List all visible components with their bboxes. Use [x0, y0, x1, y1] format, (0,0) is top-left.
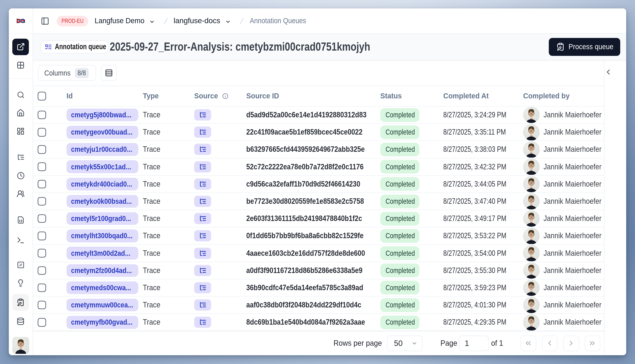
source-trace-chip[interactable]: [194, 248, 211, 259]
table-row[interactable]: cmetygeov00buad... Trace 22c41f09acae5b1…: [33, 124, 604, 141]
sidebar-item-users[interactable]: [13, 186, 29, 202]
sidebar-item-sessions[interactable]: [13, 167, 29, 184]
column-header-completed-by[interactable]: Completed by: [518, 92, 604, 100]
clipboard-pen-icon: [17, 298, 25, 306]
sidebar-item-tracing[interactable]: [13, 149, 29, 166]
source-trace-chip[interactable]: [194, 178, 211, 190]
file-json-icon: [17, 216, 25, 224]
sidebar-toggle-icon[interactable]: [41, 17, 49, 25]
row-checkbox[interactable]: [38, 214, 46, 223]
item-id-pill[interactable]: cmetygeov00buad...: [67, 126, 138, 138]
row-height-button[interactable]: [101, 65, 117, 81]
langfuse-knot-logo: [16, 18, 25, 24]
sidebar-item-prompts[interactable]: [13, 212, 29, 228]
row-checkbox[interactable]: [38, 301, 46, 309]
column-header-status[interactable]: Status: [375, 92, 438, 100]
column-header-source-id[interactable]: Source ID: [241, 92, 375, 100]
prev-page-button[interactable]: [542, 336, 558, 351]
user-avatar[interactable]: [12, 336, 29, 354]
source-trace-chip[interactable]: [194, 213, 211, 224]
row-checkbox[interactable]: [38, 266, 46, 275]
row-checkbox[interactable]: [38, 128, 46, 136]
sidebar-item-evaluation[interactable]: [13, 256, 29, 273]
sidebar-item-dashboards[interactable]: [13, 123, 29, 140]
sidebar-item-search[interactable]: [13, 86, 29, 103]
source-trace-chip[interactable]: [194, 265, 211, 276]
table-row[interactable]: cmetyl5r100grad0... Trace 2e603f31361115…: [33, 210, 604, 227]
item-id-pill[interactable]: cmetyju1r00ccad0...: [67, 143, 138, 156]
sidebar-item-go-to-project[interactable]: [13, 38, 29, 55]
source-trace-chip[interactable]: [194, 161, 211, 172]
avatar-photo: [523, 245, 539, 262]
completed-by-avatar: [523, 228, 539, 244]
item-id-pill[interactable]: cmetyko0k00bsad...: [67, 195, 138, 208]
row-checkbox[interactable]: [38, 111, 46, 119]
item-id-pill[interactable]: cmetymyfb00gvad...: [67, 316, 138, 329]
item-id-pill[interactable]: cmetyk55x00c1ad...: [67, 160, 138, 173]
collapse-panel-button[interactable]: [604, 68, 612, 76]
breadcrumb-org[interactable]: Langfuse Demo: [94, 16, 155, 25]
table-row[interactable]: cmetylht300bqad0... Trace 0f1dd65b7bb9bf…: [33, 228, 604, 245]
columns-button[interactable]: Columns 8/8: [38, 65, 96, 81]
item-id-pill[interactable]: cmetymeds00cwa...: [67, 281, 138, 294]
row-checkbox[interactable]: [38, 180, 46, 188]
source-trace-chip[interactable]: [194, 299, 211, 310]
sidebar-item-table-view[interactable]: [13, 57, 29, 73]
slash-icon: [238, 16, 245, 26]
breadcrumb-project[interactable]: langfuse-docs: [174, 16, 231, 25]
source-trace-chip[interactable]: [194, 317, 211, 328]
column-header-source[interactable]: Source: [189, 92, 241, 100]
table-row[interactable]: cmetyk55x00c1ad... Trace 52c72c2222ea78e…: [33, 158, 604, 176]
source-trace-chip[interactable]: [194, 230, 211, 242]
table-row[interactable]: cmetym2fz00d4ad... Trace a0df3f901167218…: [33, 262, 604, 279]
rows-per-page-select[interactable]: 50: [387, 336, 422, 351]
table-row[interactable]: cmetyju1r00ccad0... Trace b63297665cfd44…: [33, 141, 604, 158]
row-checkbox[interactable]: [38, 232, 46, 240]
table-row[interactable]: cmetyg5j800bwad... Trace d5ad9d52a00c6e1…: [33, 106, 604, 124]
row-checkbox[interactable]: [38, 318, 46, 326]
sidebar-item-judge[interactable]: [13, 275, 29, 291]
item-id-pill[interactable]: cmetym2fz00d4ad...: [67, 264, 138, 277]
next-page-button[interactable]: [563, 336, 579, 351]
first-page-button[interactable]: [520, 336, 536, 351]
avatar-photo: [523, 228, 539, 244]
sidebar-item-annotation-queues[interactable]: [13, 294, 29, 310]
last-page-button[interactable]: [584, 336, 600, 351]
item-id-pill[interactable]: cmetyl5r100grad0...: [67, 212, 138, 225]
row-checkbox[interactable]: [38, 197, 46, 206]
table-row[interactable]: cmetymeds00cwa... Trace 36b90cdfc47e5da1…: [33, 279, 604, 296]
table-row[interactable]: cmetyko0k00bsad... Trace be7723e30d80205…: [33, 193, 604, 210]
source-trace-chip[interactable]: [194, 196, 211, 207]
item-id-pill[interactable]: cmetymmuw00cea...: [67, 299, 138, 312]
source-trace-chip[interactable]: [194, 144, 211, 155]
item-id-pill[interactable]: cmetyg5j800bwad...: [67, 108, 138, 122]
column-header-completed-at[interactable]: Completed At: [438, 92, 518, 100]
process-queue-button[interactable]: Process queue: [549, 38, 620, 56]
page-number-input[interactable]: 1: [459, 336, 489, 351]
status-badge: Completed: [380, 229, 419, 243]
source-id-text: d5ad9d52a00c6e14e1d4192880312d83: [246, 110, 367, 120]
row-checkbox[interactable]: [38, 145, 46, 154]
completed-by-avatar: [523, 176, 539, 192]
table-row[interactable]: cmetylt3m00d2ad... Trace 4aaece1603cb2e1…: [33, 245, 604, 262]
row-checkbox[interactable]: [38, 162, 46, 171]
item-id-pill[interactable]: cmetylt3m00d2ad...: [67, 247, 138, 260]
row-checkbox[interactable]: [38, 283, 46, 292]
item-id-pill[interactable]: cmetykdr400ciad0...: [67, 178, 138, 190]
sidebar-item-playground[interactable]: [13, 232, 29, 248]
sidebar-item-datasets[interactable]: [13, 313, 29, 330]
column-header-type[interactable]: Type: [138, 92, 189, 100]
langfuse-logo-icon[interactable]: [16, 18, 25, 24]
table-row[interactable]: cmetymmuw00cea... Trace aaf0c38db0f3f204…: [33, 296, 604, 314]
select-all-checkbox[interactable]: [38, 92, 46, 100]
source-trace-chip[interactable]: [194, 282, 211, 294]
row-checkbox[interactable]: [38, 249, 46, 258]
source-trace-chip[interactable]: [194, 127, 211, 138]
sidebar-item-home[interactable]: [13, 105, 29, 121]
item-id-pill[interactable]: cmetylht300bqad0...: [67, 230, 138, 242]
source-trace-chip[interactable]: [194, 109, 211, 120]
column-header-id[interactable]: Id: [61, 92, 138, 100]
completed-at-text: 8/27/2025, 3:55:30 PM: [443, 266, 506, 275]
table-row[interactable]: cmetykdr400ciad0... Trace c9d56ca32efaff…: [33, 176, 604, 193]
table-row[interactable]: cmetymyfb00gvad... Trace 8dc69b1ba1e540b…: [33, 314, 604, 331]
